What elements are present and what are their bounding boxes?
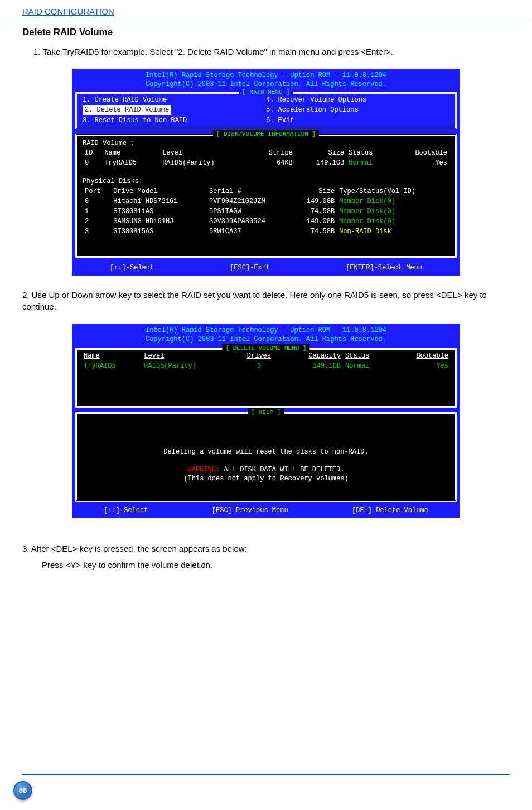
delete-volume-table: Name Level Drives Capacity Status Bootab… [81, 351, 451, 371]
cell-type: Member Disk(0) [337, 216, 449, 226]
footer-exit: [ESC]-Exit [230, 263, 270, 272]
cell-size: 149.1GB [295, 158, 346, 168]
delete-volume-frame: [ DELETE VOLUME MENU ] Name Level Drives… [75, 348, 457, 407]
physical-disks-label: Physical Disks: [83, 177, 449, 186]
cell-port: 0 [83, 196, 111, 206]
table-row: 1 ST380811AS 5PS1TAGW 74.5GB Member Disk… [83, 206, 449, 216]
col-level: Level [142, 351, 235, 361]
bios-title-line2: Copyright(C) 2003-11 Intel Corporation. … [72, 335, 460, 344]
cell-port: 1 [83, 206, 111, 216]
help-line-3: (This does not apply to Recovery volumes… [83, 474, 449, 483]
footer-select: [↑↓]-Select [110, 263, 154, 272]
footer-select: [↑↓]-Select [104, 506, 148, 515]
step-1-text: 1. Take TryRAID5 for example. Select "2.… [0, 44, 532, 62]
menu-delete-raid-selected: 2. Delete RAID Volume [83, 105, 171, 114]
help-warning: WARNING: ALL DISK DATA WILL BE DELETED. [83, 465, 449, 474]
main-menu-frame: [ MAIN MENU ] 1. Create RAID Volume 2. D… [75, 92, 457, 129]
col-status: Status [346, 148, 391, 158]
cell-level: RAID5(Parity) [160, 158, 250, 168]
cell-status: Normal [346, 158, 391, 168]
cell-size: 74.5GB [292, 226, 337, 237]
cell-type: Member Disk(0) [337, 196, 449, 206]
cell-status: Normal [343, 361, 390, 371]
cell-type: Member Disk(0) [337, 206, 449, 216]
cell-serial: 5RW1CA37 [207, 226, 292, 237]
col-type: Type/Status(Vol ID) [337, 186, 449, 196]
cell-drives: 3 [235, 361, 283, 371]
cell-capacity: 149.1GB [283, 361, 343, 371]
section-header: RAID CONFIGURATION [0, 0, 532, 20]
cell-serial: S0V3J9APA30524 [207, 216, 292, 226]
col-stripe: Stripe [250, 148, 295, 158]
col-id: ID [83, 148, 102, 158]
table-row: 3 ST380815AS 5RW1CA37 74.5GB Non-RAID Di… [83, 226, 449, 237]
col-size: Size [292, 186, 337, 196]
bios-header: Intel(R) Rapid Storage Technology - Upti… [72, 324, 460, 345]
cell-serial: PVF904Z21G2JZM [207, 196, 292, 206]
help-line-1: Deleting a volume will reset the disks t… [83, 447, 449, 456]
cell-bootable: Yes [391, 158, 449, 168]
menu-acceleration[interactable]: 5. Acceleration Options [266, 105, 449, 115]
cell-port: 3 [83, 226, 111, 237]
cell-model: ST380811AS [111, 206, 207, 216]
delete-volume-label: [ DELETE VOLUME MENU ] [222, 344, 309, 353]
bios-title-line1: Intel(R) Rapid Storage Technology - Upti… [72, 71, 460, 80]
disk-volume-info-label: [ DISK/VOLUME INFORMATION ] [213, 130, 319, 138]
table-row-selected[interactable]: TryRAID5 RAID5(Parity) 3 149.1GB Normal … [81, 361, 451, 371]
cell-level: RAID5(Parity) [142, 361, 235, 371]
table-row: 0 Hitachi HDS72161 PVF904Z21G2JZM 149.0G… [83, 196, 449, 206]
raid-volume-label: RAID Volume : [83, 139, 449, 148]
page-number-badge: 88 [13, 781, 32, 800]
cell-stripe: 64KB [250, 158, 295, 168]
menu-left-column: 1. Create RAID Volume 2. Delete RAID Vol… [83, 95, 266, 126]
main-menu-label: [ MAIN MENU ] [239, 88, 293, 97]
help-label: [ HELP ] [248, 408, 284, 417]
cell-type: Non-RAID Disk [337, 226, 449, 237]
cell-model: Hitachi HDS72161 [111, 196, 207, 206]
page-title: Delete RAID Volume [0, 21, 532, 44]
table-header-row: ID Name Level Stripe Size Status Bootabl… [83, 148, 449, 158]
menu-exit[interactable]: 6. Exit [266, 115, 449, 126]
warning-prefix: WARNING: [188, 466, 220, 474]
physical-disks-table: Port Drive Model Serial # Size Type/Stat… [83, 186, 449, 237]
bios-header: Intel(R) Rapid Storage Technology - Upti… [72, 69, 460, 90]
cell-size: 74.5GB [292, 206, 337, 216]
cell-model: SAMSUNG HD161HJ [111, 216, 207, 226]
footer-divider [22, 774, 510, 775]
cell-name: TryRAID5 [81, 361, 142, 371]
cell-id: 0 [83, 158, 102, 168]
cell-model: ST380815AS [111, 226, 207, 237]
bios-title-line1: Intel(R) Rapid Storage Technology - Upti… [72, 326, 460, 335]
step-3-text-a: 3. After <DEL> key is pressed, the scree… [0, 541, 532, 559]
disk-volume-info: [ DISK/VOLUME INFORMATION ] RAID Volume … [75, 134, 457, 258]
table-row: 0 TryRAID5 RAID5(Parity) 64KB 149.1GB No… [83, 158, 449, 168]
col-serial: Serial # [207, 186, 292, 196]
menu-recover[interactable]: 4. Recover Volume Options [266, 95, 449, 105]
raid-volume-table: ID Name Level Stripe Size Status Bootabl… [83, 148, 449, 168]
table-row: 2 SAMSUNG HD161HJ S0V3J9APA30524 149.0GB… [83, 216, 449, 226]
col-size: Size [295, 148, 346, 158]
footer-previous: [ESC]-Previous Menu [212, 506, 288, 515]
col-bootable: Bootable [391, 148, 449, 158]
col-status: Status [343, 351, 390, 361]
cell-size: 149.0GB [292, 196, 337, 206]
bios-screen-main-menu: Intel(R) Rapid Storage Technology - Upti… [71, 68, 461, 277]
table-header-row: Port Drive Model Serial # Size Type/Stat… [83, 186, 449, 196]
col-name: Name [102, 148, 160, 158]
footer-enter: [ENTER]-Select Menu [346, 263, 422, 272]
cell-size: 149.0GB [292, 216, 337, 226]
menu-right-column: 4. Recover Volume Options 5. Acceleratio… [266, 95, 449, 126]
cell-bootable: Yes [390, 361, 451, 371]
bios-footer: [↑↓]-Select [ESC]-Exit [ENTER]-Select Me… [72, 261, 460, 276]
menu-reset-disks[interactable]: 3. Reset Disks to Non-RAID [83, 115, 266, 126]
bios-footer: [↑↓]-Select [ESC]-Previous Menu [DEL]-De… [72, 504, 460, 518]
bios-screen-delete-menu: Intel(R) Rapid Storage Technology - Upti… [71, 322, 461, 520]
step-3-text-b: Press <Y> key to confirm the volume dele… [0, 559, 532, 575]
cell-serial: 5PS1TAGW [207, 206, 292, 216]
menu-delete-raid[interactable]: 2. Delete RAID Volume [83, 105, 266, 115]
col-name: Name [81, 351, 142, 361]
warning-text: ALL DISK DATA WILL BE DELETED. [220, 466, 344, 474]
cell-name: TryRAID5 [102, 158, 160, 168]
col-model: Drive Model [111, 186, 207, 196]
page: RAID CONFIGURATION Delete RAID Volume 1.… [0, 0, 532, 810]
